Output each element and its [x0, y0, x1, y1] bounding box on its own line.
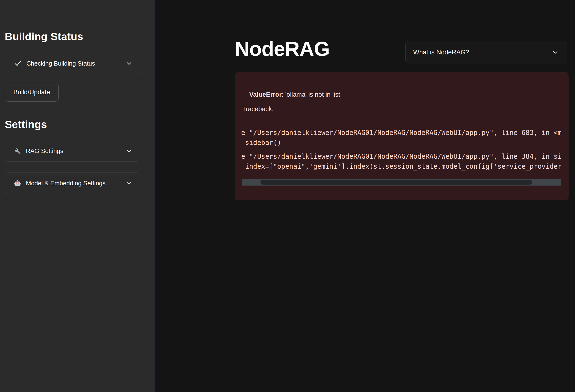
- sidebar: Building Status Checking Building Status…: [0, 0, 153, 392]
- building-status-expander[interactable]: Checking Building Status: [5, 53, 140, 74]
- wrench-icon: [14, 147, 21, 154]
- building-status-heading: Building Status: [5, 30, 153, 43]
- traceback-frame: e "/Users/danielkliewer/NodeRAG01/NodeRA…: [241, 128, 561, 148]
- error-alert: ValueError: 'ollama' is not in list Trac…: [235, 72, 569, 200]
- model-embedding-settings-expander[interactable]: Model & Embedding Settings: [5, 172, 140, 194]
- rag-settings-expander[interactable]: RAG Settings: [5, 140, 140, 161]
- build-update-button[interactable]: Build/Update: [5, 83, 59, 102]
- sidebar-resize-handle[interactable]: [153, 0, 155, 392]
- traceback-frames: e "/Users/danielkliewer/NodeRAG01/NodeRA…: [241, 128, 561, 175]
- rag-settings-expander-label: RAG Settings: [26, 147, 125, 155]
- traceback-code-line: sidebar(): [241, 138, 561, 148]
- traceback-code-line: index=["openai",'gemini'].index(st.sessi…: [241, 161, 561, 172]
- check-icon: [14, 60, 22, 67]
- traceback-frame: e "/Users/danielkliewer/NodeRAG01/NodeRA…: [241, 152, 561, 172]
- chevron-down-icon: [552, 49, 559, 56]
- traceback-label: Traceback:: [242, 106, 274, 113]
- what-is-noderag-expander-label: What is NodeRAG?: [413, 49, 552, 56]
- robot-icon: [14, 180, 21, 187]
- traceback-location-line: e "/Users/danielkliewer/NodeRAG01/NodeRA…: [241, 128, 561, 138]
- chevron-down-icon: [125, 147, 133, 154]
- horizontal-scrollbar-thumb[interactable]: [261, 180, 532, 184]
- what-is-noderag-expander[interactable]: What is NodeRAG?: [405, 41, 567, 63]
- error-message: ValueError: 'ollama' is not in list: [242, 82, 340, 107]
- traceback-location-line: e "/Users/danielkliewer/NodeRAG01/NodeRA…: [241, 152, 561, 161]
- building-status-expander-label: Checking Building Status: [26, 60, 125, 67]
- model-embedding-settings-expander-label: Model & Embedding Settings: [26, 180, 125, 187]
- page-title: NodeRAG: [235, 39, 330, 59]
- settings-heading: Settings: [5, 118, 153, 131]
- error-detail: : 'ollama' is not in list: [282, 91, 340, 98]
- error-name: ValueError: [249, 91, 282, 98]
- chevron-down-icon: [125, 60, 133, 67]
- horizontal-scrollbar-track[interactable]: [242, 179, 561, 185]
- chevron-down-icon: [125, 180, 133, 187]
